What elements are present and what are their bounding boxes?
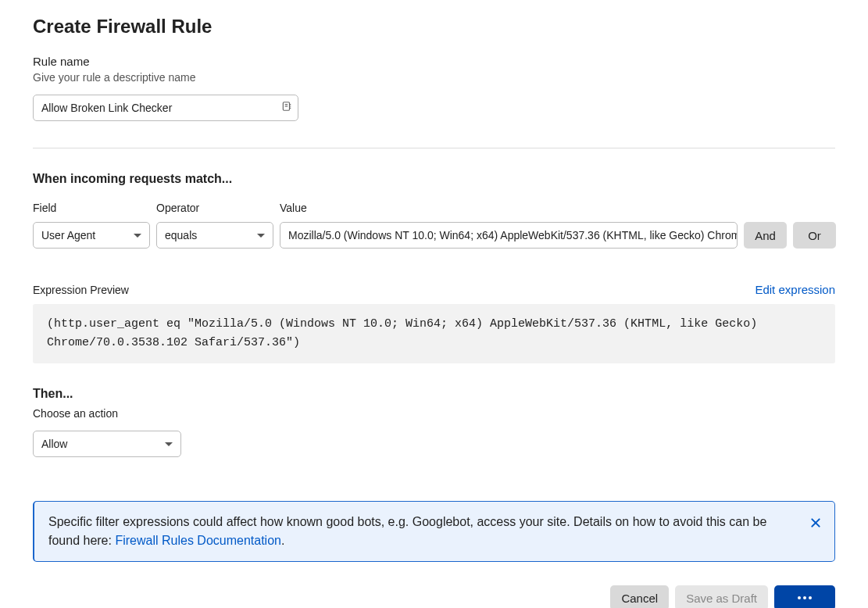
then-heading: Then...	[33, 387, 835, 401]
ellipsis-icon	[798, 596, 812, 599]
docs-link[interactable]: Firewall Rules Documentation	[115, 534, 281, 547]
rule-name-input[interactable]	[33, 95, 298, 121]
field-select[interactable]: User Agent	[33, 222, 150, 249]
value-input[interactable]: Mozilla/5.0 (Windows NT 10.0; Win64; x64…	[280, 222, 738, 249]
operator-value: equals	[165, 229, 197, 241]
operator-label: Operator	[156, 202, 273, 214]
page-title: Create Firewall Rule	[33, 16, 835, 38]
field-label: Field	[33, 202, 150, 214]
info-alert: Specific filter expressions could affect…	[33, 501, 835, 562]
and-button[interactable]: And	[744, 222, 787, 249]
match-heading: When incoming requests match...	[33, 172, 835, 186]
cancel-button[interactable]: Cancel	[610, 585, 669, 608]
operator-select[interactable]: equals	[156, 222, 273, 249]
contacts-icon[interactable]	[281, 101, 292, 115]
chevron-down-icon	[134, 234, 141, 238]
chevron-down-icon	[165, 442, 173, 446]
or-button[interactable]: Or	[793, 222, 836, 249]
value-text: Mozilla/5.0 (Windows NT 10.0; Win64; x64…	[288, 229, 738, 241]
edit-expression-link[interactable]: Edit expression	[755, 283, 835, 296]
alert-text-after: .	[281, 534, 284, 547]
expression-preview-label: Expression Preview	[33, 284, 129, 296]
more-actions-button[interactable]	[774, 585, 835, 608]
rule-name-label: Rule name	[33, 55, 835, 68]
field-value: User Agent	[41, 229, 95, 241]
divider	[33, 148, 835, 148]
expression-preview: (http.user_agent eq "Mozilla/5.0 (Window…	[33, 304, 835, 363]
action-select[interactable]: Allow	[33, 431, 181, 457]
rule-name-helper: Give your rule a descriptive name	[33, 71, 835, 84]
chevron-down-icon	[257, 234, 265, 238]
value-label: Value	[280, 202, 738, 214]
save-draft-button[interactable]: Save as Draft	[675, 585, 768, 608]
action-value: Allow	[41, 438, 67, 450]
close-icon[interactable]	[809, 516, 822, 535]
choose-action-label: Choose an action	[33, 407, 835, 420]
